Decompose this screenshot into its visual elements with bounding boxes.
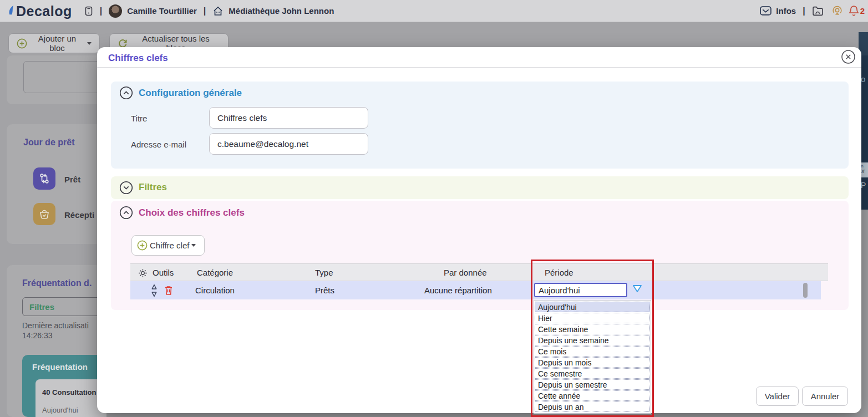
caret-down-icon bbox=[191, 244, 196, 247]
collapse-down-icon[interactable] bbox=[119, 181, 133, 196]
loan-label: Prêt bbox=[64, 175, 80, 184]
attendance-block: Fréquentation d. Filtres Dernière actual… bbox=[7, 265, 106, 417]
separator: | bbox=[204, 6, 206, 16]
row-categorie: Circulation bbox=[195, 286, 235, 295]
stat-period: Aujourd'hui bbox=[42, 406, 78, 414]
drag-handle-icon[interactable] bbox=[151, 283, 158, 299]
background-card bbox=[7, 55, 106, 104]
user-name[interactable]: Camille Tourtillier bbox=[127, 6, 197, 16]
reception-icon[interactable] bbox=[33, 203, 55, 225]
right-panel-fragment: P bbox=[861, 181, 866, 190]
table-scrollbar-thumb[interactable] bbox=[803, 283, 808, 298]
row-type: Prêts bbox=[315, 286, 334, 295]
add-block-button[interactable]: Ajouter un bloc bbox=[8, 33, 100, 53]
podcast-icon[interactable] bbox=[831, 5, 843, 17]
key-figures-modal: Chiffres clefs Configuration générale Ti… bbox=[97, 47, 861, 413]
title-field-label: Titre bbox=[131, 114, 147, 123]
background-placeholder-box bbox=[23, 61, 105, 93]
table-row: Circulation Prêts Aucune répartition bbox=[130, 281, 821, 299]
collapse-up-icon[interactable] bbox=[119, 206, 133, 221]
loan-day-title: Jour de prêt bbox=[23, 138, 74, 148]
section-general-config: Configuration générale Titre Adresse e-m… bbox=[111, 82, 849, 169]
last-update-text: Dernière actualisati bbox=[22, 321, 89, 330]
highlight-rectangle bbox=[531, 260, 654, 417]
attendance-inner-title: Fréquentation bbox=[32, 362, 88, 372]
loan-day-block: Jour de prêt Prêt Récepti bbox=[7, 124, 106, 244]
section-choice-title: Choix des chiffres clefs bbox=[139, 207, 245, 218]
attendance-teal-card: Fréquentation 40 Consultation Aujourd'hu… bbox=[22, 355, 106, 417]
attendance-stat-card: 40 Consultation Aujourd'hui bbox=[35, 379, 106, 417]
section-general-title: Configuration générale bbox=[139, 88, 242, 99]
caret-down-icon bbox=[87, 42, 92, 45]
table-header: Outils Catégorie Type Par donnée Période bbox=[130, 263, 828, 281]
device-icon[interactable] bbox=[84, 6, 93, 17]
add-key-figure-label: Chiffre clef bbox=[150, 241, 189, 250]
library-name[interactable]: Médiathèque John Lennon bbox=[229, 6, 334, 16]
validate-button[interactable]: Valider bbox=[756, 387, 799, 406]
plus-circle-icon bbox=[17, 38, 27, 49]
column-type: Type bbox=[315, 268, 333, 277]
separator: | bbox=[100, 6, 102, 16]
stat-value: 40 Consultation bbox=[42, 388, 97, 396]
right-panel-fragment: o bbox=[861, 74, 865, 84]
section-key-figures-choice: Choix des chiffres clefs Chiffre clef Ou… bbox=[111, 201, 849, 310]
section-filters: Filtres bbox=[111, 176, 849, 199]
last-update-time: 14:26:33 bbox=[22, 331, 53, 340]
add-key-figure-button[interactable]: Chiffre clef bbox=[131, 235, 205, 256]
reception-label: Récepti bbox=[64, 210, 94, 220]
gear-icon bbox=[138, 268, 148, 278]
plus-circle-icon bbox=[137, 240, 148, 251]
user-avatar[interactable] bbox=[109, 4, 122, 18]
notification-count: 2 bbox=[860, 6, 865, 16]
mail-icon[interactable] bbox=[760, 6, 771, 16]
title-input[interactable] bbox=[209, 107, 368, 129]
close-icon[interactable] bbox=[841, 49, 856, 64]
infos-label[interactable]: Infos bbox=[776, 6, 796, 16]
filters-button[interactable]: Filtres bbox=[22, 297, 102, 316]
section-filters-title: Filtres bbox=[139, 182, 167, 193]
application-window: Decalog | Camille Tourtillier | Médiathè… bbox=[0, 0, 868, 417]
separator: | bbox=[803, 6, 805, 16]
add-block-label: Ajouter un bloc bbox=[31, 34, 83, 53]
divider bbox=[97, 67, 861, 68]
column-par-donnee: Par donnée bbox=[444, 268, 487, 277]
trash-icon[interactable] bbox=[164, 285, 173, 297]
attendance-title: Fréquentation d. bbox=[22, 278, 92, 288]
top-header-bar: Decalog | Camille Tourtillier | Médiathè… bbox=[0, 0, 868, 22]
collapse-up-icon[interactable] bbox=[119, 86, 133, 101]
email-field-label: Adresse e-mail bbox=[131, 140, 186, 149]
loan-icon[interactable] bbox=[33, 167, 55, 190]
flame-icon bbox=[8, 4, 15, 18]
modal-title: Chiffres clefs bbox=[108, 53, 168, 64]
decalog-logo: Decalog bbox=[8, 4, 72, 18]
cancel-button[interactable]: Annuler bbox=[802, 387, 848, 406]
logo-text: Decalog bbox=[16, 4, 72, 18]
email-input[interactable] bbox=[209, 133, 368, 155]
bell-icon[interactable] bbox=[849, 5, 859, 17]
library-icon bbox=[212, 6, 224, 16]
row-par-donnee: Aucune répartition bbox=[424, 286, 492, 295]
folder-icon[interactable] bbox=[812, 6, 824, 16]
column-categorie: Catégorie bbox=[197, 268, 233, 277]
column-outils: Outils bbox=[153, 268, 174, 277]
